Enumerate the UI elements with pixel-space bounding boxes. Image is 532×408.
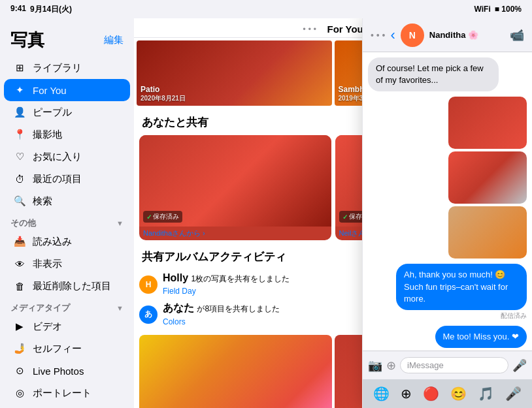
places-icon: 📍 — [13, 128, 26, 141]
video-icon: ▶ — [13, 320, 26, 333]
sidebar-item-slomo[interactable]: ⏩ スローモーション — [4, 404, 130, 408]
emoji-bar: 🌐 ⊕ 🔴 😊 🎵 🎤 — [363, 379, 532, 408]
date: 9月14日(火) — [30, 4, 72, 15]
msg-photo-tram[interactable] — [448, 151, 527, 204]
mic-button[interactable]: 🎤 — [512, 358, 527, 373]
live-icon: ⊙ — [13, 364, 26, 377]
message-input[interactable]: iMessage — [400, 357, 508, 373]
sidebar-item-deleted[interactable]: 🗑 最近削除した項目 — [4, 275, 130, 297]
messages-dots[interactable]: • • • — [371, 30, 385, 40]
favorites-label: お気に入り — [33, 151, 82, 163]
sidebar-item-recent[interactable]: ⏱ 最近の項目 — [4, 168, 130, 190]
sidebar-item-library[interactable]: ⊞ ライブラリ — [4, 57, 130, 79]
you-action: が8項目を共有しました — [197, 304, 280, 313]
messages-input-bar: 📷 ⊕ iMessage 🎤 — [363, 351, 532, 379]
library-label: ライブラリ — [33, 62, 82, 74]
people-icon: 👤 — [13, 106, 26, 119]
sidebar-item-search[interactable]: 🔍 検索 — [4, 190, 130, 212]
sidebar-item-imports[interactable]: 📥 読み込み — [4, 230, 130, 253]
status-icons: WiFi ■ 100% — [474, 5, 522, 14]
emoji-btn-3[interactable]: 🔴 — [423, 386, 439, 401]
portrait-icon: ◎ — [13, 386, 26, 400]
contact-name[interactable]: Nanditha 🌸 — [429, 30, 505, 40]
emoji-btn-5[interactable]: 🎵 — [478, 386, 494, 401]
recent-label: 最近の項目 — [33, 173, 82, 185]
video-call-icon[interactable]: 📹 — [510, 28, 524, 42]
status-time: 9:41 9月14日(火) — [10, 4, 72, 15]
app-container: 写真 編集 ⊞ ライブラリ ✦ For You 👤 ピープル 📍 撮影地 ♡ お… — [0, 18, 532, 408]
patio-label: Patio 2020年8月21日 — [141, 85, 186, 103]
colors-link[interactable]: Colors — [163, 317, 186, 326]
for-you-label: For You — [33, 85, 67, 96]
other-section: その他 ▼ — [0, 212, 134, 230]
deleted-label: 最近削除した項目 — [33, 280, 111, 292]
edit-button[interactable]: 編集 — [104, 34, 124, 46]
shared-photo-1[interactable]: ✓ 保存済み Nandithaさんから › — [139, 135, 331, 240]
wifi-icon: WiFi — [474, 5, 491, 14]
msg-photo-person[interactable] — [448, 206, 527, 259]
outgoing-message-1: Ah, thank you so much! 😊 Such fun trips–… — [368, 264, 527, 321]
outgoing-bubble-2: Me too! Miss you. ❤ — [435, 326, 527, 348]
emoji-btn-1[interactable]: 🌐 — [373, 386, 390, 401]
main-header-title: For You — [327, 24, 363, 35]
msg-photo-chili[interactable] — [448, 97, 527, 149]
sidebar-item-video[interactable]: ▶ ビデオ — [4, 315, 130, 337]
selfie-icon: 🤳 — [13, 342, 26, 355]
holly-avatar: H — [139, 275, 158, 294]
video-label: ビデオ — [33, 321, 62, 333]
you-name: あなた — [163, 302, 194, 313]
messages-header: • • • ‹ N Nanditha 🌸 📹 — [363, 18, 532, 52]
sidebar-title: 写真 編集 — [0, 26, 134, 57]
recent-icon: ⏱ — [13, 172, 26, 185]
contact-avatar: N — [401, 24, 424, 47]
sidebar-item-selfie[interactable]: 🤳 セルフィー — [4, 337, 130, 360]
back-button[interactable]: ‹ — [390, 27, 395, 44]
battery-icon: ■ 100% — [495, 5, 522, 14]
apps-button[interactable]: ⊕ — [386, 358, 396, 373]
app-title: 写真 — [10, 29, 44, 52]
holly-action: 1枚の写真を共有をしました — [191, 274, 290, 283]
places-label: 撮影地 — [33, 129, 62, 141]
imports-label: 読み込み — [33, 236, 72, 248]
search-label: 検索 — [33, 195, 52, 208]
sidebar-item-for-you[interactable]: ✦ For You — [4, 79, 130, 101]
sidebar-item-portrait[interactable]: ◎ ポートレート — [4, 382, 130, 404]
camera-button[interactable]: 📷 — [368, 358, 382, 373]
library-icon: ⊞ — [13, 61, 26, 74]
time: 9:41 — [10, 4, 26, 15]
main-content: • • • For You Patio 2020年8月21日 Sambhar 2… — [134, 18, 532, 408]
sidebar-item-favorites[interactable]: ♡ お気に入り — [4, 146, 130, 168]
shared-from-1[interactable]: Nandithaさんから › — [139, 227, 331, 240]
activity-text-1: Holly 1枚の写真を共有をしました Field Day — [163, 272, 290, 296]
sidebar: 写真 編集 ⊞ ライブラリ ✦ For You 👤 ピープル 📍 撮影地 ♡ お… — [0, 18, 134, 408]
patio-photo[interactable]: Patio 2020年8月21日 — [137, 40, 332, 106]
incoming-message-1: Of course! Let me pick a few of my favor… — [368, 57, 527, 91]
outgoing-message-2: Me too! Miss you. ❤ — [368, 326, 527, 348]
sidebar-item-hidden[interactable]: 👁 非表示 — [4, 253, 130, 275]
emoji-btn-4[interactable]: 😊 — [450, 386, 467, 401]
media-section: メディアタイプ ▼ — [0, 297, 134, 315]
portrait-label: ポートレート — [33, 387, 91, 400]
other-chevron-icon: ▼ — [116, 219, 124, 227]
incoming-bubble-1: Of course! Let me pick a few of my favor… — [368, 57, 499, 91]
contact-info: Nanditha 🌸 — [429, 30, 505, 40]
outgoing-bubble-1: Ah, thank you so much! 😊 Such fun trips–… — [396, 264, 527, 310]
sidebar-item-places[interactable]: 📍 撮影地 — [4, 123, 130, 146]
shared-photo-1-image: ✓ 保存済み — [139, 135, 331, 227]
live-label: Live Photos — [33, 366, 84, 377]
sidebar-item-live[interactable]: ⊙ Live Photos — [4, 360, 130, 382]
emoji-btn-2[interactable]: ⊕ — [401, 386, 412, 401]
emoji-btn-6[interactable]: 🎤 — [505, 386, 522, 401]
status-bar: 9:41 9月14日(火) WiFi ■ 100% — [0, 0, 532, 18]
search-icon: 🔍 — [13, 195, 26, 208]
people-label: ピープル — [33, 106, 72, 119]
sidebar-item-people[interactable]: 👤 ピープル — [4, 101, 130, 123]
activity-text-2: あなた が8項目を共有しました Colors — [163, 302, 280, 327]
holly-name: Holly — [163, 272, 188, 283]
hidden-icon: 👁 — [13, 257, 26, 270]
field-day-link[interactable]: Field Day — [163, 287, 196, 296]
you-avatar: あ — [139, 306, 158, 324]
field-day-thumb[interactable] — [139, 335, 332, 408]
favorites-icon: ♡ — [13, 150, 26, 163]
for-you-icon: ✦ — [13, 84, 26, 97]
